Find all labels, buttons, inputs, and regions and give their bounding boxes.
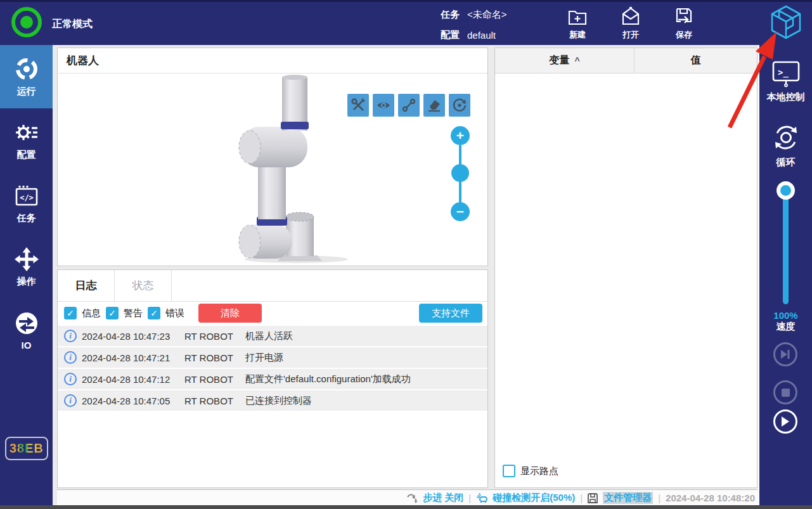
top-bar: 正常模式 任务 <未命名> 配置 default 新建 xyxy=(0,0,812,45)
clear-log-button[interactable]: 清除 xyxy=(198,304,262,323)
column-value-label: 值 xyxy=(691,54,701,67)
separator: | xyxy=(468,493,471,503)
bottom-edge-strip xyxy=(0,505,812,509)
log-message: 已连接到控制器 xyxy=(245,395,312,407)
speed-label: 速度 xyxy=(759,321,812,333)
step-status[interactable]: 步进 关闭 xyxy=(423,492,463,504)
local-control-icon: >_ xyxy=(771,61,801,87)
speed-slider-track[interactable] xyxy=(783,188,789,304)
file-manager-icon xyxy=(588,493,598,503)
top-edge-strip xyxy=(0,0,812,2)
loop-icon xyxy=(771,122,801,153)
gear-icon xyxy=(14,120,39,145)
file-manager-button[interactable]: 文件管理器 xyxy=(603,492,653,504)
show-waypoints-checkbox[interactable] xyxy=(503,465,515,477)
sidebar-item-label: 操作 xyxy=(17,276,36,288)
move-arrows-icon xyxy=(14,247,39,272)
new-task-label: 新建 xyxy=(569,29,586,41)
zoom-out-button[interactable]: − xyxy=(451,202,470,221)
filter-error-checkbox[interactable]: ✓ xyxy=(148,307,160,319)
column-variable-label: 变量 xyxy=(549,54,569,67)
info-icon: i xyxy=(64,351,77,364)
tab-status[interactable]: 状态 xyxy=(115,270,172,301)
log-filter-row: ✓ 信息 ✓ 警告 ✓ 错误 清除 支持文件 xyxy=(58,302,487,325)
save-task-button[interactable]: 保存 xyxy=(666,6,702,41)
open-icon xyxy=(620,6,641,27)
filter-error-label: 错误 xyxy=(165,307,184,319)
tools-button[interactable] xyxy=(347,94,369,117)
status-timestamp: 2024-04-28 10:48:20 xyxy=(666,493,755,503)
code-badge[interactable]: 38EB xyxy=(5,437,48,460)
log-row[interactable]: i 2024-04-28 10:47:05 RT ROBOT 已连接到控制器 xyxy=(58,390,487,411)
save-task-label: 保存 xyxy=(676,29,692,41)
eye-icon xyxy=(376,98,391,113)
speed-slider-handle[interactable] xyxy=(777,181,795,200)
sidebar-item-io[interactable]: IO xyxy=(0,299,53,362)
rotate-reset-icon xyxy=(452,98,467,113)
open-task-label: 打开 xyxy=(622,29,639,41)
loop-button[interactable]: 循环 xyxy=(759,122,812,169)
sidebar-item-config[interactable]: 配置 xyxy=(0,108,53,172)
eraser-icon xyxy=(427,98,442,113)
log-source: RT ROBOT xyxy=(184,374,245,385)
play-button[interactable] xyxy=(773,409,797,434)
collision-status[interactable]: 碰撞检测开启(50%) xyxy=(493,492,575,504)
step-icon xyxy=(406,493,418,503)
sidebar-item-run[interactable]: 运行 xyxy=(0,45,53,108)
local-control-button[interactable]: >_ 本地控制 xyxy=(759,61,812,103)
check-icon: ✓ xyxy=(150,308,158,318)
log-time: 2024-04-28 10:47:12 xyxy=(82,374,184,385)
tab-log[interactable]: 日志 xyxy=(58,270,115,301)
stop-button[interactable] xyxy=(773,380,797,404)
column-value[interactable]: 值 xyxy=(635,48,757,73)
variables-panel: 变量 ^ 值 显示路点 xyxy=(494,48,757,488)
log-row[interactable]: i 2024-04-28 10:47:12 RT ROBOT 配置文件'defa… xyxy=(58,369,487,389)
path-icon xyxy=(401,98,416,113)
separator: | xyxy=(580,493,583,503)
log-message: 机器人活跃 xyxy=(245,330,293,342)
robot-control-app: 正常模式 任务 <未命名> 配置 default 新建 xyxy=(0,0,812,509)
log-source: RT ROBOT xyxy=(184,331,245,342)
info-icon: i xyxy=(64,373,77,385)
play-icon xyxy=(781,416,790,427)
zoom-in-button[interactable]: + xyxy=(451,126,470,145)
config-value: default xyxy=(467,30,496,41)
column-variable[interactable]: 变量 ^ xyxy=(495,48,635,73)
path-button[interactable] xyxy=(398,94,420,117)
mode-status-dot xyxy=(20,16,33,29)
log-row[interactable]: i 2024-04-28 10:47:23 RT ROBOT 机器人活跃 xyxy=(58,326,487,346)
new-task-button[interactable]: 新建 xyxy=(559,6,596,41)
show-waypoints-label: 显示路点 xyxy=(520,465,558,477)
sidebar-item-label: 运行 xyxy=(17,86,36,98)
support-files-button[interactable]: 支持文件 xyxy=(419,304,482,323)
speed-value: 100% xyxy=(759,310,812,321)
check-icon: ✓ xyxy=(108,308,116,318)
code-badge-text: 38EB xyxy=(10,441,44,456)
sidebar-item-operate[interactable]: 操作 xyxy=(0,235,53,299)
show-waypoints-row: 显示路点 xyxy=(503,465,558,477)
filter-warning-label: 警告 xyxy=(124,307,143,319)
tools-icon xyxy=(351,98,366,113)
info-icon: i xyxy=(64,330,77,342)
brand-cube-icon[interactable] xyxy=(769,4,803,40)
open-task-button[interactable]: 打开 xyxy=(612,6,649,41)
step-forward-button[interactable] xyxy=(773,342,797,366)
filter-info-checkbox[interactable]: ✓ xyxy=(64,307,77,319)
task-config-block: 任务 <未命名> 配置 default xyxy=(441,6,507,47)
loop-label: 循环 xyxy=(777,157,796,169)
robot-3d-view[interactable] xyxy=(221,74,367,264)
log-panel: 日志 状态 ✓ 信息 ✓ 警告 ✓ 错误 清除 支持文件 i 2024-04-2… xyxy=(57,269,488,488)
new-folder-icon xyxy=(567,6,588,27)
log-tabs: 日志 状态 xyxy=(58,270,487,302)
task-label: 任务 xyxy=(441,9,460,21)
separator: | xyxy=(658,493,661,503)
filter-warning-checkbox[interactable]: ✓ xyxy=(106,307,119,319)
sidebar-item-task[interactable]: </> 任务 xyxy=(0,172,53,235)
log-row[interactable]: i 2024-04-28 10:47:21 RT ROBOT 打开电源 xyxy=(58,347,487,368)
visibility-button[interactable] xyxy=(373,94,394,117)
eraser-button[interactable] xyxy=(423,94,445,117)
zoom-slider-handle[interactable] xyxy=(451,164,469,182)
reset-view-button[interactable] xyxy=(449,94,470,117)
code-window-icon: </> xyxy=(14,183,39,209)
local-control-label: 本地控制 xyxy=(767,91,805,103)
